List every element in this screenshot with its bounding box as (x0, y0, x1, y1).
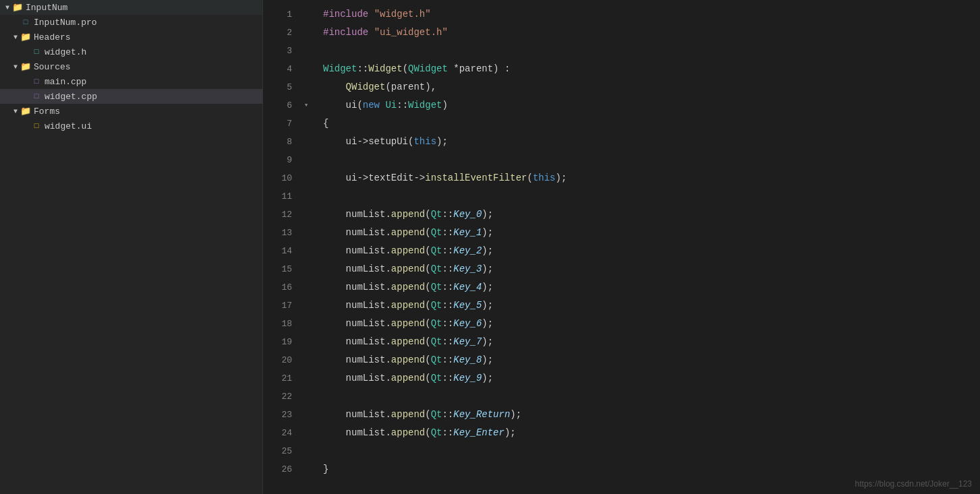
line-num-21: 21 (263, 369, 292, 388)
sidebar-item-inputnum-pro[interactable]: ▶ □ InputNum.pro (0, 15, 262, 30)
line-num-18: 18 (263, 315, 292, 333)
sidebar-item-inputnum[interactable]: ▼ 📁 InputNum (0, 0, 262, 15)
line-num-2: 2 (263, 24, 292, 42)
fold-arrow-12 (300, 206, 312, 224)
line-num-11: 11 (263, 187, 292, 206)
line-num-20: 20 (263, 351, 292, 369)
sidebar-item-sources[interactable]: ▼ 📁 Sources (0, 59, 262, 74)
code-content[interactable]: #include "widget.h" #include "ui_widget.… (312, 0, 980, 494)
code-line-19: numList.append(Qt::Key_7); (323, 333, 980, 351)
sidebar-item-label: InputNum.pro (34, 18, 97, 28)
code-line-12: numList.append(Qt::Key_0); (323, 206, 980, 224)
fold-arrow-15 (300, 260, 312, 278)
sidebar-item-label: main.cpp (45, 77, 86, 87)
code-line-13: numList.append(Qt::Key_1); (323, 224, 980, 242)
fold-arrow-26 (300, 460, 312, 478)
file-tree: ▼ 📁 InputNum ▶ □ InputNum.pro ▼ 📁 Header… (0, 0, 263, 494)
fold-arrow-9 (300, 151, 312, 169)
chevron-down-icon: ▼ (11, 62, 20, 71)
file-cpp-icon: □ (31, 91, 42, 102)
fold-arrow-23 (300, 406, 312, 424)
fold-arrow-10 (300, 169, 312, 187)
sidebar-item-label: widget.cpp (45, 92, 97, 102)
fold-arrow-7 (300, 115, 312, 133)
code-line-1: #include "widget.h" (323, 5, 980, 24)
line-num-14: 14 (263, 242, 292, 260)
file-ui-icon: □ (31, 121, 42, 131)
code-line-18: numList.append(Qt::Key_6); (323, 315, 980, 333)
sidebar-item-label: Headers (34, 32, 71, 42)
sidebar-item-label: Sources (34, 62, 71, 72)
line-num-13: 13 (263, 224, 292, 242)
line-num-1: 1 (263, 5, 292, 24)
fold-arrow-11 (300, 187, 312, 206)
fold-arrow-22 (300, 388, 312, 406)
code-line-26: } (323, 460, 980, 478)
fold-arrow-6: ▾ (300, 96, 312, 115)
line-num-5: 5 (263, 78, 292, 96)
sidebar-item-label: widget.ui (45, 121, 92, 131)
sidebar-item-headers[interactable]: ▼ 📁 Headers (0, 30, 262, 44)
code-line-5: QWidget(parent), (323, 78, 980, 96)
code-line-6: ui(new Ui::Widget) (323, 96, 980, 115)
code-line-17: numList.append(Qt::Key_5); (323, 297, 980, 315)
fold-arrow-21 (300, 369, 312, 388)
fold-arrow-25 (300, 442, 312, 460)
line-num-23: 23 (263, 406, 292, 424)
line-num-19: 19 (263, 333, 292, 351)
line-num-6: 6 (263, 96, 292, 115)
code-line-24: numList.append(Qt::Key_Enter); (323, 424, 980, 442)
code-line-23: numList.append(Qt::Key_Return); (323, 406, 980, 424)
code-line-14: numList.append(Qt::Key_2); (323, 242, 980, 260)
code-line-4: Widget::Widget(QWidget *parent) : (323, 60, 980, 78)
fold-arrow-20 (300, 351, 312, 369)
chevron-down-icon: ▼ (3, 3, 12, 12)
folder-icon: 📁 (20, 32, 31, 42)
line-num-3: 3 (263, 42, 292, 60)
fold-arrow-24 (300, 424, 312, 442)
fold-arrow-13 (300, 224, 312, 242)
code-line-2: #include "ui_widget.h" (323, 24, 980, 42)
fold-arrow-4 (300, 60, 312, 78)
code-line-16: numList.append(Qt::Key_4); (323, 278, 980, 297)
line-num-15: 15 (263, 260, 292, 278)
line-num-8: 8 (263, 133, 292, 151)
fold-arrow-14 (300, 242, 312, 260)
sidebar-item-forms[interactable]: ▼ 📁 Forms (0, 104, 262, 119)
line-num-4: 4 (263, 60, 292, 78)
code-line-7: { (323, 115, 980, 133)
fold-arrow-2 (300, 24, 312, 42)
file-h-icon: □ (31, 47, 42, 57)
sidebar-item-widget-cpp[interactable]: ▶ □ widget.cpp (0, 89, 262, 104)
fold-arrow-1 (300, 5, 312, 24)
folder-icon: 📁 (12, 2, 23, 13)
file-cpp-icon: □ (31, 76, 42, 87)
line-num-9: 9 (263, 151, 292, 169)
code-line-22 (323, 388, 980, 406)
folder-icon: 📁 (20, 106, 31, 117)
line-num-26: 26 (263, 460, 292, 478)
sidebar-item-widget-ui[interactable]: ▶ □ widget.ui (0, 119, 262, 133)
code-editor[interactable]: 1 2 3 4 5 6 7 8 9 10 11 12 13 14 15 16 1… (263, 0, 980, 494)
fold-arrow-8 (300, 133, 312, 151)
fold-arrow-18 (300, 315, 312, 333)
fold-arrow-5 (300, 78, 312, 96)
line-numbers: 1 2 3 4 5 6 7 8 9 10 11 12 13 14 15 16 1… (263, 0, 300, 494)
sidebar-item-label: Forms (34, 106, 60, 117)
code-line-21: numList.append(Qt::Key_9); (323, 369, 980, 388)
code-line-20: numList.append(Qt::Key_8); (323, 351, 980, 369)
code-line-25 (323, 442, 980, 460)
folder-icon: 📁 (20, 61, 31, 72)
line-num-10: 10 (263, 169, 292, 187)
code-line-11 (323, 187, 980, 206)
fold-arrow-17 (300, 297, 312, 315)
code-line-9 (323, 151, 980, 169)
sidebar-item-main-cpp[interactable]: ▶ □ main.cpp (0, 74, 262, 89)
sidebar-item-widget-h[interactable]: ▶ □ widget.h (0, 44, 262, 59)
line-num-22: 22 (263, 388, 292, 406)
sidebar-item-label: widget.h (45, 47, 86, 57)
fold-arrow-19 (300, 333, 312, 351)
chevron-down-icon: ▼ (11, 106, 20, 116)
line-num-24: 24 (263, 424, 292, 442)
chevron-down-icon: ▼ (11, 32, 20, 42)
